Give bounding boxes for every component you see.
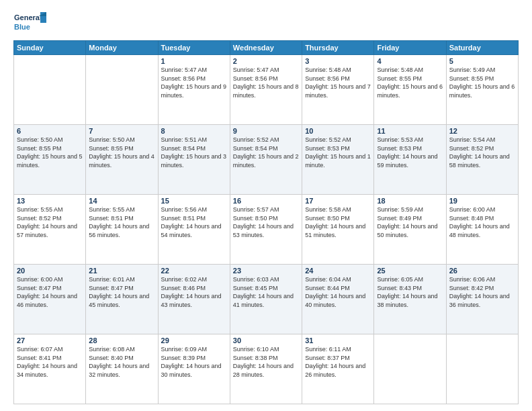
calendar-cell bbox=[446, 334, 518, 404]
day-number: 15 bbox=[161, 197, 227, 205]
day-info: Sunrise: 6:11 AM Sunset: 8:37 PM Dayligh… bbox=[305, 345, 371, 379]
day-number: 29 bbox=[161, 336, 227, 345]
calendar-cell: 5Sunrise: 5:49 AM Sunset: 8:55 PM Daylig… bbox=[446, 55, 518, 125]
day-number: 1 bbox=[161, 57, 227, 65]
calendar-week-row: 6Sunrise: 5:50 AM Sunset: 8:55 PM Daylig… bbox=[14, 125, 519, 195]
calendar-week-row: 27Sunrise: 6:07 AM Sunset: 8:41 PM Dayli… bbox=[14, 334, 519, 404]
day-info: Sunrise: 5:54 AM Sunset: 8:52 PM Dayligh… bbox=[449, 136, 515, 169]
day-number: 10 bbox=[305, 127, 371, 135]
calendar-cell: 22Sunrise: 6:02 AM Sunset: 8:46 PM Dayli… bbox=[158, 265, 230, 334]
day-info: Sunrise: 5:58 AM Sunset: 8:50 PM Dayligh… bbox=[305, 205, 371, 239]
day-number: 3 bbox=[305, 57, 371, 65]
calendar-cell: 23Sunrise: 6:03 AM Sunset: 8:45 PM Dayli… bbox=[230, 265, 302, 334]
day-number: 20 bbox=[17, 267, 83, 275]
day-number: 22 bbox=[161, 267, 227, 275]
day-info: Sunrise: 5:52 AM Sunset: 8:53 PM Dayligh… bbox=[305, 136, 371, 169]
day-info: Sunrise: 5:55 AM Sunset: 8:51 PM Dayligh… bbox=[89, 205, 154, 239]
day-number: 19 bbox=[449, 197, 515, 205]
weekday-header-tuesday: Tuesday bbox=[158, 41, 230, 55]
calendar-week-row: 1Sunrise: 5:47 AM Sunset: 8:56 PM Daylig… bbox=[14, 55, 519, 125]
day-info: Sunrise: 5:47 AM Sunset: 8:56 PM Dayligh… bbox=[161, 66, 227, 99]
day-number: 5 bbox=[449, 57, 515, 65]
day-number: 27 bbox=[17, 336, 83, 345]
day-number: 11 bbox=[377, 127, 443, 135]
calendar-cell: 6Sunrise: 5:50 AM Sunset: 8:55 PM Daylig… bbox=[14, 125, 86, 195]
day-info: Sunrise: 6:06 AM Sunset: 8:42 PM Dayligh… bbox=[449, 275, 515, 309]
calendar-cell: 2Sunrise: 5:47 AM Sunset: 8:56 PM Daylig… bbox=[230, 55, 302, 125]
day-info: Sunrise: 5:50 AM Sunset: 8:55 PM Dayligh… bbox=[89, 136, 154, 169]
day-number: 25 bbox=[377, 267, 443, 275]
day-info: Sunrise: 5:53 AM Sunset: 8:53 PM Dayligh… bbox=[377, 136, 443, 169]
calendar-cell: 9Sunrise: 5:52 AM Sunset: 8:54 PM Daylig… bbox=[230, 125, 302, 195]
calendar-cell: 16Sunrise: 5:57 AM Sunset: 8:50 PM Dayli… bbox=[230, 195, 302, 265]
day-info: Sunrise: 6:00 AM Sunset: 8:48 PM Dayligh… bbox=[449, 205, 515, 239]
calendar-cell: 21Sunrise: 6:01 AM Sunset: 8:47 PM Dayli… bbox=[86, 265, 158, 334]
day-info: Sunrise: 5:52 AM Sunset: 8:54 PM Dayligh… bbox=[233, 136, 299, 169]
weekday-header-friday: Friday bbox=[374, 41, 446, 55]
day-info: Sunrise: 6:02 AM Sunset: 8:46 PM Dayligh… bbox=[161, 275, 227, 309]
day-number: 28 bbox=[89, 336, 154, 345]
calendar-cell bbox=[14, 55, 86, 125]
calendar-cell: 8Sunrise: 5:51 AM Sunset: 8:54 PM Daylig… bbox=[158, 125, 230, 195]
calendar-cell: 24Sunrise: 6:04 AM Sunset: 8:44 PM Dayli… bbox=[302, 265, 374, 334]
day-number: 8 bbox=[161, 127, 227, 135]
day-info: Sunrise: 6:00 AM Sunset: 8:47 PM Dayligh… bbox=[17, 275, 83, 309]
calendar-cell: 17Sunrise: 5:58 AM Sunset: 8:50 PM Dayli… bbox=[302, 195, 374, 265]
calendar-cell: 29Sunrise: 6:09 AM Sunset: 8:39 PM Dayli… bbox=[158, 334, 230, 404]
day-info: Sunrise: 5:47 AM Sunset: 8:56 PM Dayligh… bbox=[233, 66, 299, 99]
header: General Blue bbox=[13, 11, 519, 35]
calendar-cell bbox=[374, 334, 446, 404]
day-number: 7 bbox=[89, 127, 154, 135]
calendar-week-row: 20Sunrise: 6:00 AM Sunset: 8:47 PM Dayli… bbox=[14, 265, 519, 334]
day-number: 17 bbox=[305, 197, 371, 205]
calendar-cell: 7Sunrise: 5:50 AM Sunset: 8:55 PM Daylig… bbox=[86, 125, 158, 195]
calendar-cell: 10Sunrise: 5:52 AM Sunset: 8:53 PM Dayli… bbox=[302, 125, 374, 195]
logo: General Blue bbox=[13, 11, 47, 35]
calendar-cell: 12Sunrise: 5:54 AM Sunset: 8:52 PM Dayli… bbox=[446, 125, 518, 195]
calendar-cell: 28Sunrise: 6:08 AM Sunset: 8:40 PM Dayli… bbox=[86, 334, 158, 404]
day-number: 12 bbox=[449, 127, 515, 135]
day-info: Sunrise: 5:49 AM Sunset: 8:55 PM Dayligh… bbox=[449, 66, 515, 99]
day-info: Sunrise: 5:51 AM Sunset: 8:54 PM Dayligh… bbox=[161, 136, 227, 169]
weekday-header-saturday: Saturday bbox=[446, 41, 518, 55]
day-info: Sunrise: 6:07 AM Sunset: 8:41 PM Dayligh… bbox=[17, 345, 83, 379]
day-number: 30 bbox=[233, 336, 299, 345]
day-number: 24 bbox=[305, 267, 371, 275]
calendar-cell: 30Sunrise: 6:10 AM Sunset: 8:38 PM Dayli… bbox=[230, 334, 302, 404]
day-info: Sunrise: 5:56 AM Sunset: 8:51 PM Dayligh… bbox=[161, 205, 227, 239]
day-info: Sunrise: 5:57 AM Sunset: 8:50 PM Dayligh… bbox=[233, 205, 299, 239]
weekday-header-wednesday: Wednesday bbox=[230, 41, 302, 55]
calendar-week-row: 13Sunrise: 5:55 AM Sunset: 8:52 PM Dayli… bbox=[14, 195, 519, 265]
svg-text:General: General bbox=[14, 13, 42, 21]
day-info: Sunrise: 5:55 AM Sunset: 8:52 PM Dayligh… bbox=[17, 205, 83, 239]
day-info: Sunrise: 6:10 AM Sunset: 8:38 PM Dayligh… bbox=[233, 345, 299, 379]
day-number: 6 bbox=[17, 127, 83, 135]
calendar-cell: 26Sunrise: 6:06 AM Sunset: 8:42 PM Dayli… bbox=[446, 265, 518, 334]
weekday-header-sunday: Sunday bbox=[14, 41, 86, 55]
calendar-cell bbox=[86, 55, 158, 125]
calendar-cell: 15Sunrise: 5:56 AM Sunset: 8:51 PM Dayli… bbox=[158, 195, 230, 265]
weekday-header-monday: Monday bbox=[86, 41, 158, 55]
calendar-cell: 19Sunrise: 6:00 AM Sunset: 8:48 PM Dayli… bbox=[446, 195, 518, 265]
day-info: Sunrise: 6:05 AM Sunset: 8:43 PM Dayligh… bbox=[377, 275, 443, 309]
day-number: 31 bbox=[305, 336, 371, 345]
day-info: Sunrise: 5:48 AM Sunset: 8:55 PM Dayligh… bbox=[377, 66, 443, 99]
calendar-cell: 31Sunrise: 6:11 AM Sunset: 8:37 PM Dayli… bbox=[302, 334, 374, 404]
day-number: 21 bbox=[89, 267, 154, 275]
calendar-header-row: SundayMondayTuesdayWednesdayThursdayFrid… bbox=[14, 41, 519, 55]
day-info: Sunrise: 5:50 AM Sunset: 8:55 PM Dayligh… bbox=[17, 136, 83, 169]
calendar-cell: 20Sunrise: 6:00 AM Sunset: 8:47 PM Dayli… bbox=[14, 265, 86, 334]
svg-text:Blue: Blue bbox=[14, 23, 30, 31]
weekday-header-thursday: Thursday bbox=[302, 41, 374, 55]
calendar-cell: 4Sunrise: 5:48 AM Sunset: 8:55 PM Daylig… bbox=[374, 55, 446, 125]
day-number: 9 bbox=[233, 127, 299, 135]
calendar-cell: 11Sunrise: 5:53 AM Sunset: 8:53 PM Dayli… bbox=[374, 125, 446, 195]
day-info: Sunrise: 5:59 AM Sunset: 8:49 PM Dayligh… bbox=[377, 205, 443, 239]
calendar-table: SundayMondayTuesdayWednesdayThursdayFrid… bbox=[13, 40, 519, 404]
day-number: 13 bbox=[17, 197, 83, 205]
calendar-cell: 3Sunrise: 5:48 AM Sunset: 8:56 PM Daylig… bbox=[302, 55, 374, 125]
calendar-cell: 1Sunrise: 5:47 AM Sunset: 8:56 PM Daylig… bbox=[158, 55, 230, 125]
day-info: Sunrise: 6:08 AM Sunset: 8:40 PM Dayligh… bbox=[89, 345, 154, 379]
calendar-cell: 14Sunrise: 5:55 AM Sunset: 8:51 PM Dayli… bbox=[86, 195, 158, 265]
day-info: Sunrise: 6:03 AM Sunset: 8:45 PM Dayligh… bbox=[233, 275, 299, 309]
